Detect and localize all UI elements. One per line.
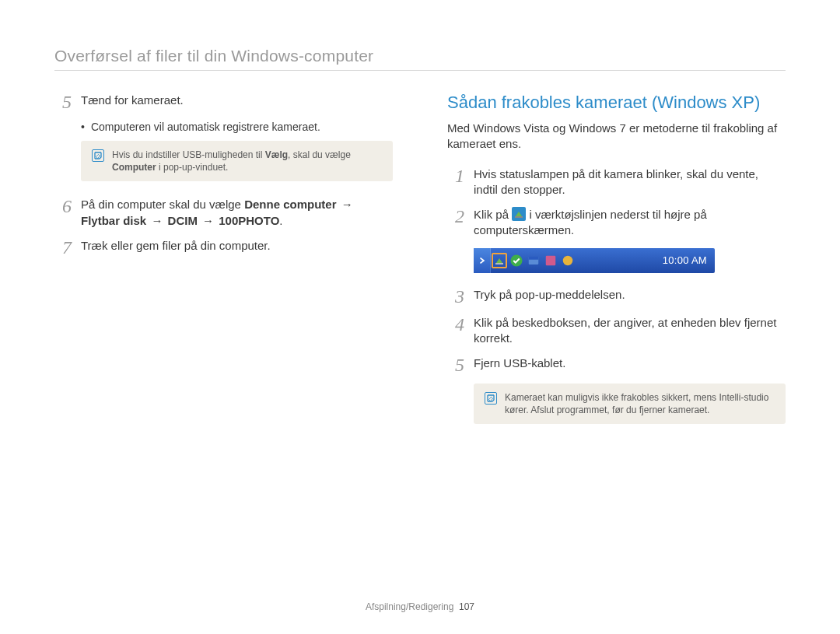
- step-text: Tænd for kameraet.: [81, 93, 393, 108]
- step-number: 1: [447, 166, 464, 185]
- page-footer: Afspilning/Redigering 107: [0, 601, 840, 612]
- step-number: 4: [447, 315, 464, 334]
- tray-clock: 10:00 AM: [663, 254, 707, 266]
- note-text: Hvis du indstiller USB-muligheden til Væ…: [112, 149, 382, 173]
- sub-bullet: • Computeren vil automatisk registrere k…: [81, 121, 393, 133]
- arrow-icon: →: [340, 197, 355, 212]
- arrow-icon: →: [149, 213, 164, 229]
- tray-icon: [543, 253, 558, 268]
- page-header-title: Overførsel af filer til din Windows-comp…: [54, 47, 786, 70]
- step-number: 3: [447, 287, 464, 306]
- note-box: Hvis du indstiller USB-muligheden til Væ…: [81, 141, 393, 181]
- note-icon: [92, 149, 104, 162]
- step-text: Tryk på pop-up-meddelelsen.: [474, 287, 786, 303]
- arrow-icon: →: [201, 213, 215, 229]
- header-rule: [54, 70, 786, 71]
- page-number: 107: [459, 601, 474, 612]
- section-intro: Med Windows Vista og Windows 7 er metode…: [447, 121, 786, 152]
- step-text: Klik på beskedboksen, der angiver, at en…: [474, 315, 786, 347]
- section-title: Sådan frakobles kameraet (Windows XP): [447, 93, 786, 113]
- right-step-1: 1 Hvis statuslampen på dit kamera blinke…: [447, 166, 786, 198]
- tray-icon: [526, 253, 541, 268]
- safely-remove-hardware-tray-icon: [492, 253, 507, 268]
- note-box: Kameraet kan muligvis ikke frakobles sik…: [474, 384, 786, 424]
- step-text: På din computer skal du vælge Denne comp…: [81, 197, 393, 229]
- tray-icon: [560, 253, 576, 268]
- manual-page: Overførsel af filer til din Windows-comp…: [0, 0, 840, 634]
- svg-rect-2: [495, 263, 503, 264]
- bullet-dot-icon: •: [81, 121, 85, 133]
- step-text: Træk eller gem filer på din computer.: [81, 238, 393, 254]
- note-icon: [485, 392, 497, 405]
- step-text: Hvis statuslampen på dit kamera blinker,…: [474, 166, 786, 198]
- svg-rect-6: [546, 255, 556, 265]
- step-text: Fjern USB-kablet.: [474, 356, 786, 371]
- tray-icon: [509, 253, 524, 268]
- system-tray-illustration: 10:00 AM: [474, 248, 715, 273]
- step-number: 6: [54, 197, 72, 215]
- safely-remove-hardware-icon: [512, 207, 526, 221]
- footer-section: Afspilning/Redigering: [366, 601, 453, 612]
- step-7: 7 Træk eller gem filer på din computer.: [54, 238, 393, 257]
- right-step-3: 3 Tryk på pop-up-meddelelsen.: [447, 287, 786, 306]
- svg-rect-1: [515, 216, 523, 218]
- svg-rect-5: [529, 257, 539, 260]
- note-text: Kameraet kan muligvis ikke frakobles sik…: [505, 391, 775, 416]
- svg-point-7: [563, 255, 573, 265]
- step-number: 5: [54, 93, 72, 111]
- step-number: 7: [54, 238, 72, 257]
- step-number: 2: [447, 207, 464, 226]
- tray-expand-icon: [474, 248, 491, 273]
- left-column: 5 Tænd for kameraet. • Computeren vil au…: [54, 93, 393, 440]
- right-step-4: 4 Klik på beskedboksen, der angiver, at …: [447, 315, 786, 347]
- sub-bullet-text: Computeren vil automatisk registrere kam…: [91, 121, 320, 133]
- step-5: 5 Tænd for kameraet.: [54, 93, 393, 111]
- right-step-5: 5 Fjern USB-kablet.: [447, 356, 786, 374]
- columns: 5 Tænd for kameraet. • Computeren vil au…: [54, 93, 786, 440]
- right-step-2: 2 Klik på i værktøjslinjen nederst til h…: [447, 207, 786, 239]
- step-text: Klik på i værktøjslinjen nederst til høj…: [474, 207, 786, 239]
- step-number: 5: [447, 356, 464, 374]
- step-6: 6 På din computer skal du vælge Denne co…: [54, 197, 393, 229]
- right-column: Sådan frakobles kameraet (Windows XP) Me…: [447, 93, 786, 440]
